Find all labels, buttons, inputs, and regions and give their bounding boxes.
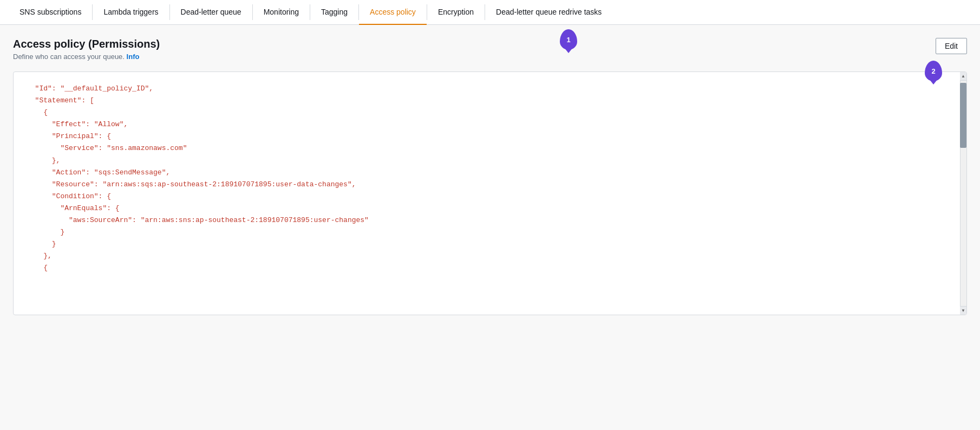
scroll-arrow-down[interactable]: ▼: [960, 306, 966, 315]
section-title-area: Access policy (Permissions) Define who c…: [13, 38, 160, 61]
code-inner[interactable]: "Id": "__default_policy_ID", "Statement"…: [14, 72, 966, 285]
tab-encryption[interactable]: Encryption: [427, 0, 485, 25]
badge-2: 2: [925, 61, 942, 81]
edit-button[interactable]: Edit: [936, 38, 967, 54]
content-area: Access policy (Permissions) Define who c…: [0, 25, 980, 420]
badge-1: 1: [560, 29, 577, 50]
info-link[interactable]: Info: [127, 53, 140, 61]
tab-access-policy[interactable]: Access policy: [359, 0, 427, 25]
scroll-arrow-up[interactable]: ▲: [960, 72, 966, 81]
tabs-bar: SNS subscriptions Lambda triggers Dead-l…: [0, 0, 980, 25]
code-container: "Id": "__default_policy_ID", "Statement"…: [13, 71, 967, 315]
tab-tagging[interactable]: Tagging: [310, 0, 358, 25]
tab-dead-letter-queue[interactable]: Dead-letter queue: [170, 0, 252, 25]
scrollbar-track[interactable]: ▲ ▼: [960, 72, 966, 315]
tab-monitoring[interactable]: Monitoring: [253, 0, 310, 25]
tab-sns-subscriptions[interactable]: SNS subscriptions: [9, 0, 92, 25]
scrollbar-thumb[interactable]: [960, 83, 966, 148]
section-header: Access policy (Permissions) Define who c…: [13, 38, 967, 61]
section-title: Access policy (Permissions): [13, 38, 160, 50]
tab-lambda-triggers[interactable]: Lambda triggers: [93, 0, 169, 25]
tab-dead-letter-queue-redrive[interactable]: Dead-letter queue redrive tasks: [485, 0, 612, 25]
section-description: Define who can access your queue. Info: [13, 53, 160, 61]
code-text: "Id": "__default_policy_ID", "Statement"…: [27, 83, 953, 275]
